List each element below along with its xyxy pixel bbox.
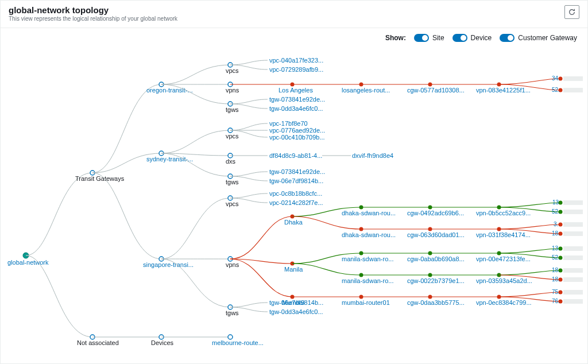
svg-text:13.: 13. [552,245,560,251]
svg-text:vpn-0ec8384c799...: vpn-0ec8384c799... [476,299,532,306]
svg-text:mumbai-router01: mumbai-router01 [342,299,390,306]
svg-text:Mumbai[interactable]: Mumbai [282,299,304,306]
svg-text:manila-sdwan-ro...: manila-sdwan-ro... [342,277,393,284]
svg-text:cgw-0577ad10308...[interactable]: cgw-0577ad10308... [407,87,465,94]
svg-text:vpc-17bf8e70[interactable]: vpc-17bf8e70 [269,120,308,127]
node-melbourne[interactable] [228,335,233,339]
svg-text:75.: 75. [552,289,560,295]
svg-text:vpn-00e472313fe...: vpn-00e472313fe... [476,255,531,262]
svg-text:18.: 18. [552,267,560,273]
svg-text:vpc-0729289afb9...[interactable]: vpc-0729289afb9... [269,66,323,73]
root-label[interactable]: global-network [7,259,49,266]
svg-text:tgw-0dd3a4e6fc0...[interactable]: tgw-0dd3a4e6fc0... [269,308,323,315]
toggle-cgw[interactable]: Customer Gateway [500,34,577,42]
svg-rect-52 [563,210,583,214]
svg-text:vpns: vpns [226,87,239,94]
svg-text:vpcs: vpcs [226,200,239,207]
svg-text:vpcs: vpcs [226,133,239,140]
svg-rect-86 [563,268,583,273]
svg-text:Transit Gateways[interactable]: Transit Gateways [75,175,125,182]
svg-text:losangeles-rout...[interactable]: losangeles-rout... [342,87,390,94]
svg-text:18.: 18. [552,276,560,282]
svg-text:manila-sdwan-ro...: manila-sdwan-ro... [342,255,393,262]
svg-text:76.: 76. [552,298,560,304]
svg-text:34.: 34. [552,75,560,82]
svg-text:52.: 52. [552,254,560,261]
svg-text:cgw-0022b7379e1...: cgw-0022b7379e1... [407,277,465,284]
svg-text:singapore-transi...[interactable]: singapore-transi... [143,261,194,268]
svg-text:tgw-0dd3a4e6fc0...[interactable]: tgw-0dd3a4e6fc0... [269,105,323,112]
svg-text:Manila[interactable]: Manila [284,266,303,273]
svg-text:vpc-040a17fe323...[interactable]: vpc-040a17fe323... [269,57,323,64]
svg-text:vpc-0776aed92de...[interactable]: vpc-0776aed92de... [269,127,325,134]
svg-text:vpc-00c410b709b...[interactable]: vpc-00c410b709b... [269,134,325,141]
svg-rect-102 [563,299,583,304]
svg-text:vpn-0b5cc52acc9...: vpn-0b5cc52acc9... [476,210,531,216]
svg-text:Dhaka[interactable]: Dhaka [284,219,303,226]
svg-rect-49 [563,200,583,205]
topology-graph[interactable]: global-network Transit Gateways Not asso… [1,50,588,364]
svg-rect-99 [563,290,583,295]
svg-text:vpc-0c8b18b8cfc...[interactable]: vpc-0c8b18b8cfc... [269,190,322,197]
svg-rect-61 [563,222,583,227]
svg-text:tgw-06e7df9814b...[interactable]: tgw-06e7df9814b... [269,177,323,184]
svg-rect-89 [563,277,583,282]
svg-text:Devices[interactable]: Devices [151,339,174,346]
svg-text:13: 13 [552,199,559,206]
svg-text:vpns: vpns [226,261,239,268]
svg-point-48 [559,201,563,205]
svg-text:melbourne-route...[interactable]: melbourne-route... [212,339,264,346]
page-subtitle: This view represents the logical relatio… [9,16,177,22]
svg-text:cgw-063d60dad01...: cgw-063d60dad01... [407,231,465,238]
svg-text:tgws: tgws [226,179,239,185]
svg-text:vpn-03593a45a2d...: vpn-03593a45a2d... [476,277,532,284]
svg-rect-74 [563,246,583,251]
svg-text:tgw-073841e92de...[interactable]: tgw-073841e92de... [269,168,325,175]
svg-text:52.: 52. [552,87,560,93]
refresh-button[interactable] [564,5,579,19]
page-title: global-network topology [9,5,177,15]
filter-toolbar: Show: Site Device Customer Gateway [385,34,577,42]
toggle-site[interactable]: Site [414,34,444,42]
svg-point-60 [559,223,563,227]
svg-rect-77 [563,255,583,260]
svg-text:vpn-031f38e4174...: vpn-031f38e4174... [476,231,531,238]
svg-text:18.: 18. [552,230,560,237]
svg-rect-19 [563,76,583,81]
svg-text:tgw-073841e92de...[interactable]: tgw-073841e92de... [269,96,325,103]
svg-text:vpn-083e41225f1...[interactable]: vpn-083e41225f1... [476,87,531,94]
svg-text:dhaka-sdwan-rou...: dhaka-sdwan-rou... [342,210,396,216]
svg-text:Not associated[interactable]: Not associated [77,339,119,346]
svg-text:cgw-0daa3bb5775...: cgw-0daa3bb5775... [407,299,465,306]
svg-text:tgws: tgws [226,106,239,113]
svg-text:vpcs: vpcs [226,67,239,74]
svg-text:df84d8c9-ab81-4...[interactable]: df84d8c9-ab81-4... [269,152,322,159]
svg-text:dhaka-sdwan-rou...: dhaka-sdwan-rou... [342,231,396,238]
svg-rect-22 [563,88,583,92]
svg-text:52.: 52. [552,208,560,215]
svg-text:sydney-transit-...[interactable]: sydney-transit-... [146,156,193,162]
show-label: Show: [385,34,406,42]
toggle-device[interactable]: Device [452,34,492,42]
svg-text:vpc-0214c282f7e...[interactable]: vpc-0214c282f7e... [269,199,323,206]
svg-text:dxs: dxs [226,158,236,165]
svg-text:tgws: tgws [226,309,239,316]
svg-rect-64 [563,231,583,236]
svg-text:3.: 3. [554,221,558,227]
svg-text:cgw-0492adc69b6...: cgw-0492adc69b6... [407,210,464,216]
refresh-icon [568,8,576,16]
svg-text:cgw-0aba0b690a8...: cgw-0aba0b690a8... [407,255,465,262]
svg-text:Los Angeles[interactable]: Los Angeles [278,87,313,94]
svg-text:dxvif-fh9nd8e4[interactable]: dxvif-fh9nd8e4 [352,152,393,159]
